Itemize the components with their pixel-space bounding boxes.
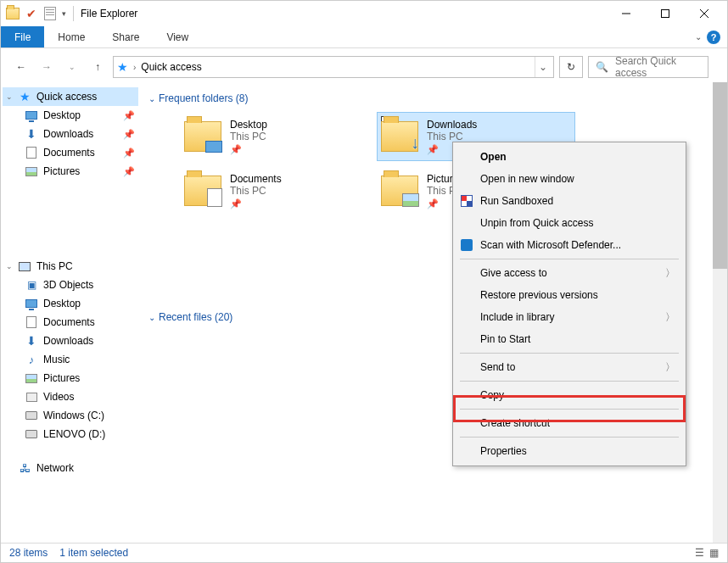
download-icon: ⬇ bbox=[25, 334, 38, 348]
search-icon: 🔍 bbox=[596, 61, 608, 73]
pin-icon: 📌 bbox=[123, 166, 135, 177]
documents-icon bbox=[25, 315, 38, 329]
ctx-open-new-window[interactable]: Open in new window bbox=[455, 168, 684, 190]
sidebar-item-network[interactable]: 🖧Network bbox=[3, 459, 138, 477]
pc-icon bbox=[18, 259, 31, 273]
folder-tile-documents[interactable]: DocumentsThis PC📌 bbox=[181, 167, 378, 215]
ctx-send-to[interactable]: Send to〉 bbox=[455, 356, 684, 378]
download-icon: ⬇ bbox=[25, 127, 38, 141]
sidebar-item-drive-c[interactable]: Windows (C:) bbox=[3, 406, 138, 425]
status-bar: 28 items 1 item selected ☰ ▦ bbox=[1, 543, 727, 562]
folder-icon bbox=[184, 121, 221, 152]
ctx-scan-defender[interactable]: Scan with Microsoft Defender... bbox=[455, 234, 684, 256]
folder-icon: ↓ bbox=[381, 121, 418, 152]
tab-share[interactable]: Share bbox=[98, 26, 153, 47]
ctx-unpin[interactable]: Unpin from Quick access bbox=[455, 212, 684, 234]
expand-icon[interactable]: ⌄ bbox=[6, 262, 13, 270]
separator bbox=[460, 381, 679, 382]
pin-icon: 📌 bbox=[230, 144, 267, 155]
ctx-open[interactable]: Open bbox=[455, 146, 684, 168]
ctx-properties[interactable]: Properties bbox=[455, 440, 684, 462]
properties-check-icon[interactable]: ✔ bbox=[23, 5, 40, 22]
ctx-pin-start[interactable]: Pin to Start bbox=[455, 328, 684, 350]
sidebar-item-desktop[interactable]: Desktop📌 bbox=[3, 106, 138, 125]
address-dropdown-icon[interactable]: ⌄ bbox=[535, 57, 550, 77]
address-text[interactable]: Quick access bbox=[141, 61, 529, 73]
folder-icon bbox=[381, 176, 418, 206]
3d-icon: ▣ bbox=[25, 278, 38, 292]
navigation-pane: ⌄ ★ Quick access Desktop📌 ⬇Downloads📌 Do… bbox=[1, 82, 140, 557]
status-selection: 1 item selected bbox=[59, 547, 128, 559]
separator bbox=[73, 6, 74, 21]
help-icon[interactable]: ? bbox=[707, 31, 720, 44]
nav-history-dropdown[interactable]: ⌄ bbox=[62, 57, 82, 77]
sidebar-item-this-pc[interactable]: ⌄This PC bbox=[3, 257, 138, 276]
search-box[interactable]: 🔍 Search Quick access bbox=[588, 56, 708, 78]
minimize-button[interactable] bbox=[607, 1, 646, 26]
svg-rect-1 bbox=[662, 10, 669, 18]
drive-icon bbox=[25, 427, 38, 441]
window-title: File Explorer bbox=[81, 8, 137, 20]
videos-icon bbox=[25, 390, 38, 404]
desktop-icon bbox=[25, 109, 38, 122]
pin-icon: 📌 bbox=[230, 198, 282, 209]
view-details-icon[interactable]: ☰ bbox=[695, 547, 704, 559]
status-item-count: 28 items bbox=[9, 547, 48, 559]
frequent-folders-header[interactable]: ⌄ Frequent folders (8) bbox=[148, 92, 719, 104]
sandbox-icon bbox=[460, 194, 473, 208]
sidebar-item-quick-access[interactable]: ⌄ ★ Quick access bbox=[3, 87, 138, 106]
folder-tile-desktop[interactable]: DesktopThis PC📌 bbox=[181, 113, 378, 160]
sidebar-item-pictures-pc[interactable]: Pictures bbox=[3, 369, 138, 387]
ctx-run-sandboxed[interactable]: Run Sandboxed bbox=[455, 190, 684, 212]
nav-forward-button[interactable]: → bbox=[36, 57, 57, 77]
sidebar-item-drive-d[interactable]: LENOVO (D:) bbox=[3, 425, 138, 443]
refresh-button[interactable]: ↻ bbox=[559, 56, 583, 78]
sidebar-item-documents-pc[interactable]: Documents bbox=[3, 313, 138, 332]
ctx-give-access[interactable]: Give access to〉 bbox=[455, 262, 684, 284]
pictures-icon bbox=[25, 371, 38, 385]
pin-icon: 📌 bbox=[123, 129, 135, 140]
ctx-restore-versions[interactable]: Restore previous versions bbox=[455, 284, 684, 306]
separator bbox=[460, 259, 679, 259]
submenu-arrow-icon: 〉 bbox=[665, 360, 675, 375]
collapse-icon[interactable]: ⌄ bbox=[148, 313, 155, 322]
folder-icon bbox=[4, 5, 21, 22]
sidebar-item-3d-objects[interactable]: ▣3D Objects bbox=[3, 276, 138, 294]
nav-up-button[interactable]: ↑ bbox=[87, 57, 108, 77]
address-bar[interactable]: ★ › Quick access ⌄ bbox=[113, 56, 554, 78]
scrollbar-thumb[interactable] bbox=[713, 82, 727, 269]
sidebar-item-desktop-pc[interactable]: Desktop bbox=[3, 294, 138, 313]
nav-back-button[interactable]: ← bbox=[11, 57, 31, 77]
folder-icon bbox=[184, 176, 221, 206]
new-doc-icon[interactable] bbox=[42, 5, 59, 22]
sidebar-item-videos[interactable]: Videos bbox=[3, 387, 138, 406]
qat-dropdown-icon[interactable]: ▾ bbox=[62, 9, 66, 18]
sidebar-item-downloads-pc[interactable]: ⬇Downloads bbox=[3, 332, 138, 350]
ctx-copy[interactable]: Copy bbox=[455, 384, 684, 406]
star-icon: ★ bbox=[18, 90, 31, 103]
ctx-create-shortcut[interactable]: Create shortcut bbox=[455, 412, 684, 434]
ctx-include-library[interactable]: Include in library〉 bbox=[455, 306, 684, 328]
separator bbox=[460, 409, 679, 410]
drive-icon bbox=[25, 409, 38, 422]
sidebar-item-music[interactable]: ♪Music bbox=[3, 350, 138, 369]
maximize-button[interactable] bbox=[646, 1, 685, 26]
quick-access-star-icon: ★ bbox=[117, 60, 128, 74]
collapse-icon[interactable]: ⌄ bbox=[148, 94, 155, 103]
collapse-icon[interactable]: ⌄ bbox=[6, 92, 13, 101]
view-tiles-icon[interactable]: ▦ bbox=[709, 547, 719, 559]
vertical-scrollbar[interactable] bbox=[713, 82, 727, 543]
pin-icon: 📌 bbox=[123, 110, 135, 121]
ribbon-expand-icon[interactable]: ⌄ bbox=[695, 32, 702, 42]
sidebar-item-documents[interactable]: Documents📌 bbox=[3, 143, 138, 162]
close-button[interactable] bbox=[685, 1, 724, 26]
sidebar-item-pictures[interactable]: Pictures📌 bbox=[3, 162, 138, 181]
separator bbox=[460, 353, 679, 354]
pictures-icon bbox=[25, 164, 38, 178]
tab-view[interactable]: View bbox=[153, 26, 202, 47]
tab-home[interactable]: Home bbox=[44, 26, 98, 47]
quick-access-toolbar: ✔ ▾ bbox=[4, 5, 66, 22]
pin-icon: 📌 bbox=[123, 148, 135, 159]
sidebar-item-downloads[interactable]: ⬇Downloads📌 bbox=[3, 125, 138, 143]
tab-file[interactable]: File bbox=[1, 26, 44, 47]
